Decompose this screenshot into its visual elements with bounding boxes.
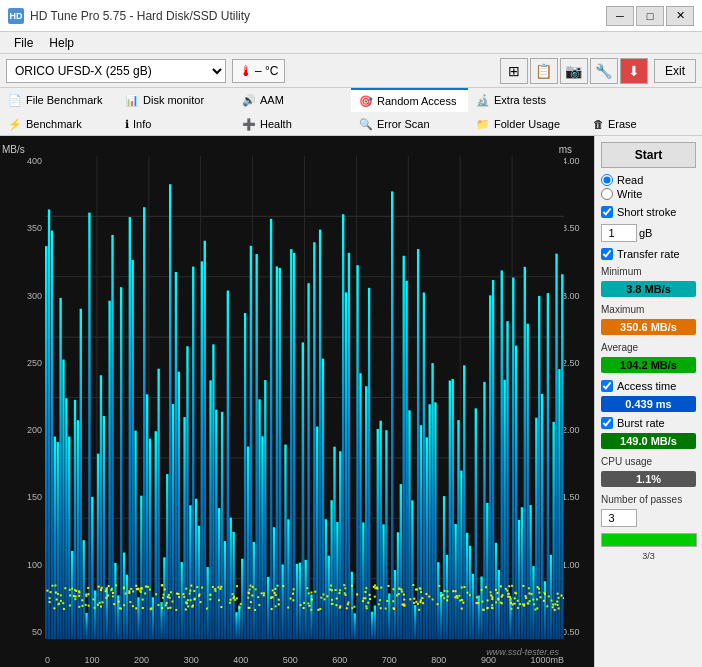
progress-bar-fill xyxy=(602,534,696,546)
tab-random-access-label: Random Access xyxy=(377,95,456,107)
read-radio[interactable] xyxy=(601,174,613,186)
window-title: HD Tune Pro 5.75 - Hard Disk/SSD Utility xyxy=(30,9,250,23)
temperature-display: 🌡 – °C xyxy=(232,59,285,83)
y-axis-left-label: MB/s xyxy=(2,144,25,155)
exit-button[interactable]: Exit xyxy=(654,59,696,83)
tab-file-benchmark-label: File Benchmark xyxy=(26,94,102,106)
benchmark-icon: ⚡ xyxy=(8,118,22,131)
erase-icon: 🗑 xyxy=(593,118,604,130)
health-icon: ➕ xyxy=(242,118,256,131)
tab-random-access[interactable]: 🎯 Random Access xyxy=(351,88,468,112)
temperature-value: – °C xyxy=(255,64,278,78)
progress-bar-container xyxy=(601,533,697,547)
tab-folder-usage[interactable]: 📁 Folder Usage xyxy=(468,112,585,136)
chart-area: MB/s ms 400 350 300 250 200 150 100 50 4… xyxy=(0,136,594,667)
maximize-button[interactable]: □ xyxy=(636,6,664,26)
minimize-button[interactable]: ─ xyxy=(606,6,634,26)
access-time-label: Access time xyxy=(617,380,676,392)
read-label: Read xyxy=(617,174,643,186)
icon-btn-5[interactable]: ⬇ xyxy=(620,58,648,84)
icon-btn-1[interactable]: ⊞ xyxy=(500,58,528,84)
tab-extra-tests[interactable]: 🔬 Extra tests xyxy=(468,88,585,112)
close-button[interactable]: ✕ xyxy=(666,6,694,26)
maximum-value: 350.6 MB/s xyxy=(601,319,696,335)
transfer-rate-checkbox[interactable] xyxy=(601,248,613,260)
menu-file[interactable]: File xyxy=(6,34,41,52)
icon-btn-2[interactable]: 📋 xyxy=(530,58,558,84)
short-stroke-checkbox[interactable] xyxy=(601,206,613,218)
cpu-usage-value: 1.1% xyxy=(601,471,696,487)
y-axis-left: 400 350 300 250 200 150 100 50 xyxy=(2,156,42,637)
progress-label: 3/3 xyxy=(601,551,696,561)
short-stroke-label: Short stroke xyxy=(617,206,676,218)
burst-rate-label: Burst rate xyxy=(617,417,665,429)
access-time-checkbox[interactable] xyxy=(601,380,613,392)
drive-select[interactable]: ORICO UFSD-X (255 gB) xyxy=(6,59,226,83)
tab-error-scan-label: Error Scan xyxy=(377,118,430,130)
aam-icon: 🔊 xyxy=(242,94,256,107)
tab-info[interactable]: ℹ Info xyxy=(117,112,234,136)
tab-health[interactable]: ➕ Health xyxy=(234,112,351,136)
maximum-label: Maximum xyxy=(601,304,696,315)
tab-bar: 📄 File Benchmark ⚡ Benchmark 📊 Disk moni… xyxy=(0,88,702,136)
random-access-icon: 🎯 xyxy=(359,95,373,108)
short-stroke-input[interactable] xyxy=(601,224,637,242)
right-panel: Start Read Write Short stroke gB Transfe… xyxy=(594,136,702,667)
minimum-value: 3.8 MB/s xyxy=(601,281,696,297)
minimum-label: Minimum xyxy=(601,266,696,277)
passes-label: Number of passes xyxy=(601,494,696,505)
tab-health-label: Health xyxy=(260,118,292,130)
y-axis-right-label: ms xyxy=(559,144,572,155)
read-write-group: Read Write xyxy=(601,174,696,200)
error-scan-icon: 🔍 xyxy=(359,118,373,131)
average-value: 104.2 MB/s xyxy=(601,357,696,373)
main-content: MB/s ms 400 350 300 250 200 150 100 50 4… xyxy=(0,136,702,667)
disk-monitor-icon: 📊 xyxy=(125,94,139,107)
tab-aam[interactable]: 🔊 AAM xyxy=(234,88,351,112)
tab-folder-usage-label: Folder Usage xyxy=(494,118,560,130)
title-bar: HD HD Tune Pro 5.75 - Hard Disk/SSD Util… xyxy=(0,0,702,32)
tab-file-benchmark[interactable]: 📄 File Benchmark xyxy=(0,88,117,112)
passes-input[interactable] xyxy=(601,509,637,527)
tab-erase[interactable]: 🗑 Erase xyxy=(585,112,702,136)
tab-erase-label: Erase xyxy=(608,118,637,130)
thermometer-icon: 🌡 xyxy=(239,63,253,79)
y-axis-right: 4.00 3.50 3.00 2.50 2.00 1.50 1.00 0.50 xyxy=(562,156,592,637)
menu-help[interactable]: Help xyxy=(41,34,82,52)
tab-error-scan[interactable]: 🔍 Error Scan xyxy=(351,112,468,136)
watermark: www.ssd-tester.es xyxy=(486,647,559,657)
icon-btn-3[interactable]: 📷 xyxy=(560,58,588,84)
short-stroke-unit: gB xyxy=(639,227,652,239)
file-benchmark-icon: 📄 xyxy=(8,94,22,107)
cpu-usage-label: CPU usage xyxy=(601,456,696,467)
tab-disk-monitor[interactable]: 📊 Disk monitor xyxy=(117,88,234,112)
burst-rate-checkbox[interactable] xyxy=(601,417,613,429)
info-icon: ℹ xyxy=(125,118,129,131)
transfer-rate-label: Transfer rate xyxy=(617,248,680,260)
icon-btn-4[interactable]: 🔧 xyxy=(590,58,618,84)
menu-bar: File Help xyxy=(0,32,702,54)
tab-info-label: Info xyxy=(133,118,151,130)
tab-aam-label: AAM xyxy=(260,94,284,106)
access-time-value: 0.439 ms xyxy=(601,396,696,412)
write-radio[interactable] xyxy=(601,188,613,200)
extra-tests-icon: 🔬 xyxy=(476,94,490,107)
toolbar: ORICO UFSD-X (255 gB) 🌡 – °C ⊞ 📋 📷 🔧 ⬇ E… xyxy=(0,54,702,88)
app-icon: HD xyxy=(8,8,24,24)
write-label: Write xyxy=(617,188,642,200)
tab-benchmark-label: Benchmark xyxy=(26,118,82,130)
burst-rate-value: 149.0 MB/s xyxy=(601,433,696,449)
average-label: Average xyxy=(601,342,696,353)
chart-canvas xyxy=(45,156,564,639)
tab-disk-monitor-label: Disk monitor xyxy=(143,94,204,106)
folder-usage-icon: 📁 xyxy=(476,118,490,131)
tab-benchmark[interactable]: ⚡ Benchmark xyxy=(0,112,117,136)
start-button[interactable]: Start xyxy=(601,142,696,168)
tab-extra-tests-label: Extra tests xyxy=(494,94,546,106)
